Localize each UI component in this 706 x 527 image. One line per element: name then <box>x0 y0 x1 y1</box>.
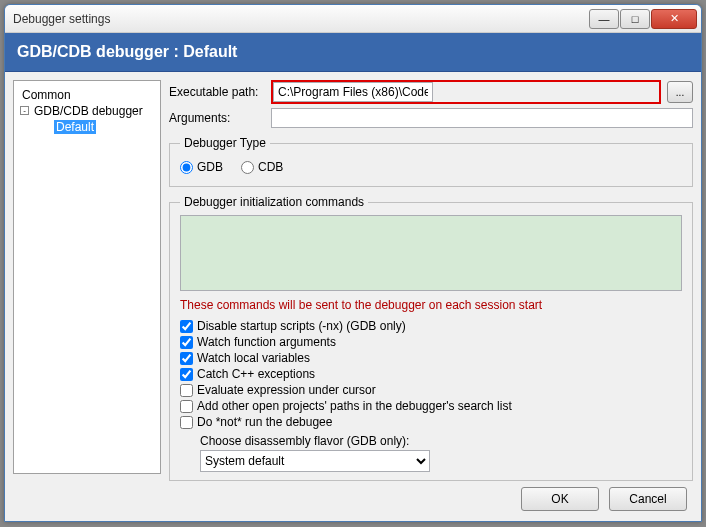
check-label: Catch C++ exceptions <box>197 367 315 381</box>
minimize-button[interactable]: — <box>589 9 619 29</box>
tree-item-label: Common <box>22 88 71 102</box>
check-label: Add other open projects' paths in the de… <box>197 399 512 413</box>
tree-item-gdbcdb[interactable]: - GDB/CDB debugger <box>18 103 156 119</box>
browse-button[interactable]: ... <box>667 81 693 103</box>
exec-path-input[interactable] <box>273 82 433 102</box>
disasm-select[interactable]: System default <box>200 450 430 472</box>
check-label: Watch function arguments <box>197 335 336 349</box>
tree-item-label: GDB/CDB debugger <box>34 104 143 118</box>
tree-collapse-icon[interactable]: - <box>20 106 29 115</box>
check-disable-startup-input[interactable] <box>180 320 193 333</box>
maximize-button[interactable]: □ <box>620 9 650 29</box>
init-commands-textarea[interactable] <box>180 215 682 291</box>
cancel-button[interactable]: Cancel <box>609 487 687 511</box>
check-catch-cpp-input[interactable] <box>180 368 193 381</box>
arguments-input[interactable] <box>271 108 693 128</box>
radio-gdb-input[interactable] <box>180 161 193 174</box>
init-commands-group: Debugger initialization commands These c… <box>169 195 693 481</box>
debugger-type-legend: Debugger Type <box>180 136 270 150</box>
radio-cdb-input[interactable] <box>241 161 254 174</box>
tree-item-label: Default <box>54 120 96 134</box>
window-title: Debugger settings <box>13 12 588 26</box>
check-add-paths-input[interactable] <box>180 400 193 413</box>
tree-item-common[interactable]: Common <box>18 87 156 103</box>
check-watch-args-input[interactable] <box>180 336 193 349</box>
check-label: Watch local variables <box>197 351 310 365</box>
check-label: Evaluate expression under cursor <box>197 383 376 397</box>
check-disable-startup[interactable]: Disable startup scripts (-nx) (GDB only) <box>180 318 682 334</box>
check-add-paths[interactable]: Add other open projects' paths in the de… <box>180 398 682 414</box>
page-title: GDB/CDB debugger : Default <box>5 33 701 72</box>
ok-button[interactable]: OK <box>521 487 599 511</box>
check-label: Disable startup scripts (-nx) (GDB only) <box>197 319 406 333</box>
settings-form: Executable path: ... Arguments: Debugger… <box>169 80 693 474</box>
radio-cdb-label: CDB <box>258 160 283 174</box>
disasm-label: Choose disassembly flavor (GDB only): <box>180 430 682 450</box>
check-watch-locals[interactable]: Watch local variables <box>180 350 682 366</box>
arguments-label: Arguments: <box>169 111 265 125</box>
init-commands-note: These commands will be sent to the debug… <box>180 294 682 318</box>
titlebar[interactable]: Debugger settings — □ ✕ <box>5 5 701 33</box>
check-watch-locals-input[interactable] <box>180 352 193 365</box>
check-eval-cursor[interactable]: Evaluate expression under cursor <box>180 382 682 398</box>
check-eval-cursor-input[interactable] <box>180 384 193 397</box>
init-commands-legend: Debugger initialization commands <box>180 195 368 209</box>
check-catch-cpp[interactable]: Catch C++ exceptions <box>180 366 682 382</box>
close-button[interactable]: ✕ <box>651 9 697 29</box>
dialog-window: Debugger settings — □ ✕ GDB/CDB debugger… <box>4 4 702 522</box>
radio-cdb[interactable]: CDB <box>241 160 283 174</box>
check-no-run-input[interactable] <box>180 416 193 429</box>
radio-gdb-label: GDB <box>197 160 223 174</box>
debugger-type-group: Debugger Type GDB CDB <box>169 136 693 187</box>
tree-item-default[interactable]: Default <box>18 119 156 135</box>
check-no-run[interactable]: Do *not* run the debugee <box>180 414 682 430</box>
exec-path-label: Executable path: <box>169 85 265 99</box>
check-watch-args[interactable]: Watch function arguments <box>180 334 682 350</box>
category-tree[interactable]: Common - GDB/CDB debugger Default <box>13 80 161 474</box>
radio-gdb[interactable]: GDB <box>180 160 223 174</box>
check-label: Do *not* run the debugee <box>197 415 332 429</box>
